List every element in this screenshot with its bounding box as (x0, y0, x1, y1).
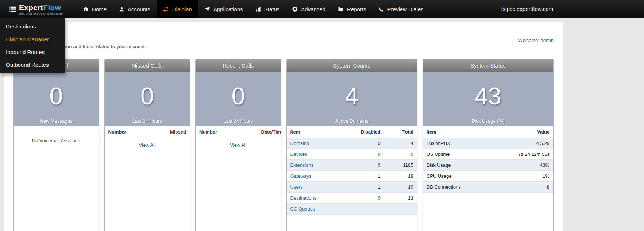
cell-disabled: 0 (351, 193, 384, 204)
recent-calls-hero: 0 Last 24 Hours (196, 72, 281, 126)
voicemail-empty-message: No Voicemail Assigned (14, 126, 99, 143)
system-status-hero: 43 Disk Usage (%) (423, 72, 553, 126)
active-domains-count: 4 (287, 82, 417, 110)
table-row: FusionPBX4.5.29 (423, 138, 553, 149)
devices-link[interactable]: Devices (287, 149, 351, 160)
dropdown-item-inbound-routes[interactable]: Inbound Routes (0, 46, 65, 58)
column-header-total: Total (384, 126, 417, 138)
gateways-link[interactable]: Gateways (287, 171, 351, 182)
cc-queues-link[interactable]: CC Queues (287, 204, 351, 215)
status-value: 43% (490, 160, 553, 171)
dialplan-dropdown: Destinations Dialplan Manager Inbound Ro… (0, 18, 65, 73)
nav-preview-dialer[interactable]: Preview Dialer (373, 0, 429, 18)
table-row: Domains04 (287, 138, 417, 149)
cell-total: 0 (384, 149, 417, 160)
view-all-link[interactable]: View All (139, 142, 155, 148)
nav-reports-label: Reports (347, 6, 366, 12)
nav-status[interactable]: Status (249, 0, 286, 18)
recent-calls-table-header: Number Date/Time (196, 126, 281, 138)
table-header-row: Item Value (423, 126, 553, 138)
dropdown-item-outbound-routes[interactable]: Outbound Routes (0, 58, 65, 71)
column-header-value: Value (490, 126, 553, 138)
nav-preview-dialer-label: Preview Dialer (387, 6, 423, 12)
table-header-row: Item Disabled Total (287, 126, 417, 138)
nav-accounts[interactable]: Accounts (113, 0, 157, 18)
recent-calls-view-all: View All (196, 138, 281, 152)
column-header-item: Item (287, 126, 351, 138)
recent-calls-body: Number Date/Time View All (196, 126, 281, 231)
cell-total: 10 (384, 182, 417, 193)
card-header: Dashboard Quickly access information and… (13, 32, 554, 49)
system-status-table: Item Value FusionPBX4.5.29 OS Uptime7d 2… (423, 126, 553, 193)
system-counts-caption: Active Domains (287, 118, 417, 124)
missed-calls-caption: Last 24 Hours (105, 118, 190, 124)
cell-disabled: 0 (351, 138, 384, 149)
nav-reports[interactable]: Reports (332, 0, 373, 18)
cell-total: 1185 (384, 160, 417, 171)
status-value: 1% (490, 171, 553, 182)
nav-home-label: Home (92, 6, 107, 12)
recent-calls-panel-title: Recent Calls (196, 59, 281, 72)
dropdown-item-dialplan-manager[interactable]: Dialplan Manager (0, 33, 65, 46)
cell-total (384, 204, 417, 215)
extensions-link[interactable]: Extensions (287, 160, 351, 171)
navbar: ExpertFlow chat, voice and video contact… (0, 0, 644, 18)
table-row: Gateways118 (287, 171, 417, 182)
status-value: 4.5.29 (490, 138, 553, 149)
table-row: Destinations013 (287, 193, 417, 204)
column-header-datetime: Date/Time (261, 129, 277, 135)
person-icon (119, 7, 124, 12)
missed-calls-count: 0 (105, 82, 190, 110)
voicemail-caption: New Messages (14, 118, 99, 124)
users-link[interactable]: Users (287, 182, 351, 193)
nav-dialplan[interactable]: Dialplan (157, 0, 198, 18)
table-row: OS Uptime7d 2h 12m 56s (423, 149, 553, 160)
nav-advanced-label: Advanced (301, 6, 325, 12)
bar-chart-icon (255, 7, 261, 12)
folder-icon (338, 6, 344, 12)
missed-calls-body: Number Missed View All (105, 126, 190, 231)
table-row: CPU Usage1% (423, 171, 553, 182)
voicemail-count: 0 (14, 82, 99, 110)
nav-applications-label: Applications (213, 6, 243, 12)
destinations-link[interactable]: Destinations (287, 193, 351, 204)
logo-expert: Expert (19, 3, 43, 12)
voicemail-hero: 0 New Messages (14, 72, 99, 126)
gear-icon (292, 6, 298, 12)
logo[interactable]: ExpertFlow chat, voice and video contact… (0, 0, 72, 18)
nav-applications[interactable]: Applications (198, 0, 249, 18)
voicemail-body: No Voicemail Assigned (14, 126, 99, 231)
missed-calls-view-all: View All (105, 138, 190, 152)
phone-icon (379, 7, 384, 12)
logo-text: ExpertFlow (19, 4, 63, 11)
table-row: Extensions01185 (287, 160, 417, 171)
status-item: OS Uptime (423, 149, 490, 160)
missed-calls-panel: Missed Calls 0 Last 24 Hours Number Miss… (104, 59, 190, 231)
nav-home[interactable]: Home (77, 0, 113, 18)
column-header-number: Number (108, 129, 126, 135)
nav-accounts-label: Accounts (128, 6, 150, 12)
system-status-caption: Disk Usage (%) (423, 118, 553, 124)
dropdown-item-destinations[interactable]: Destinations (0, 20, 65, 33)
nav-advanced[interactable]: Advanced (286, 0, 332, 18)
table-row: CC Queues (287, 204, 417, 215)
user-link[interactable]: admin (541, 38, 554, 43)
home-icon (83, 6, 89, 12)
logo-flow: Flow (43, 3, 61, 12)
system-status-panel: System Status 43 Disk Usage (%) Item Val… (423, 59, 554, 231)
status-item: Disk Usage (423, 160, 490, 171)
domain-text: fsipcc.expertflow.com (501, 0, 553, 18)
status-item: FusionPBX (423, 138, 490, 149)
table-row: Disk Usage43% (423, 160, 553, 171)
view-all-link[interactable]: View All (230, 142, 246, 148)
logo-tagline: chat, voice and video contactcenter (19, 12, 63, 15)
status-value: 8 (490, 182, 553, 193)
paper-plane-icon (204, 6, 210, 12)
domains-link[interactable]: Domains (287, 138, 351, 149)
cell-disabled (351, 204, 384, 215)
missed-calls-table-header: Number Missed (105, 126, 190, 138)
column-header-missed: Missed (170, 129, 186, 135)
system-status-body: Item Value FusionPBX4.5.29 OS Uptime7d 2… (423, 126, 553, 231)
column-header-item: Item (423, 126, 490, 138)
system-counts-hero: 4 Active Domains (287, 72, 417, 126)
